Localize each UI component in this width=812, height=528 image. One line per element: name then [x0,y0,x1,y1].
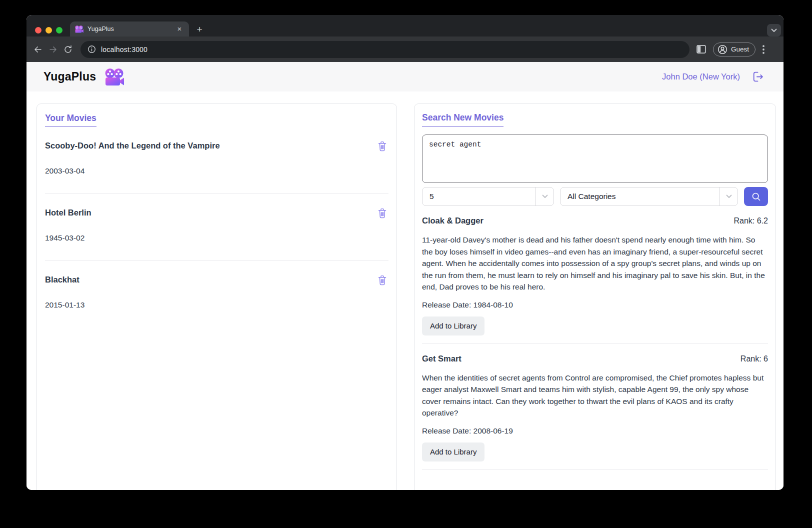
profile-button[interactable]: Guest [713,42,756,56]
result-limit-select[interactable]: 5 [422,187,554,206]
select-chevron-zone [536,188,554,206]
guest-label: Guest [731,46,749,53]
guest-avatar-icon [718,44,728,54]
chevron-down-icon [542,194,548,198]
search-result: Cloak & Dagger Rank: 6.2 11-year-old Dav… [422,216,768,344]
add-to-library-button[interactable]: Add to Library [422,316,484,336]
chevron-down-icon [771,28,777,32]
tab-close-icon[interactable]: × [175,24,184,34]
result-description: 11-year-old Davey's mother is dead and h… [422,234,768,293]
movie-title: Hotel Berlin [45,208,92,218]
category-select[interactable]: All Categories [560,187,738,206]
browser-toolbar: localhost:3000 Guest [26,36,784,62]
delete-movie-button[interactable] [376,273,388,286]
browser-window: YugaPlus × + [26,15,784,490]
search-icon [751,192,762,202]
tab-search-button[interactable] [767,24,781,36]
your-movies-heading: Your Movies [45,113,96,127]
search-button[interactable] [744,187,768,206]
tab-title: YugaPlus [88,26,175,32]
result-divider [422,344,768,344]
address-bar[interactable]: localhost:3000 [80,41,690,58]
category-value: All Categories [560,192,720,201]
movie-release-date: 2003-03-04 [45,166,388,176]
reload-icon [64,45,72,54]
select-chevron-zone [720,188,738,206]
tab-favicon-movie-camera-icon [75,26,84,33]
site-info-icon[interactable] [88,45,96,54]
chevron-down-icon [726,194,732,198]
movie-release-date: 1945-03-02 [45,234,388,242]
library-movie-row: Hotel Berlin 1945-03-02 [45,194,388,261]
back-button[interactable] [30,42,46,57]
search-query-input[interactable]: secret agent [422,134,768,183]
url-text: localhost:3000 [101,46,148,54]
library-movie-row: Scooby-Doo! And the Legend of the Vampir… [45,127,388,194]
trash-icon [377,274,388,286]
user-zone: John Doe (New York) [662,70,764,84]
search-heading: Search New Movies [422,112,504,126]
delete-movie-button[interactable] [376,139,388,152]
browser-menu-icon[interactable] [762,45,764,54]
forward-arrow-icon [48,45,58,54]
result-limit-value: 5 [422,192,536,201]
result-title: Get Smart [422,354,462,364]
movie-release-date: 2015-01-13 [45,300,388,310]
result-rank: Rank: 6.2 [734,216,768,226]
reload-button[interactable] [60,42,76,57]
result-rank: Rank: 6 [740,354,768,364]
search-result: Get Smart Rank: 6 When the identities of… [422,354,768,470]
app-title: YugaPlus [44,70,96,84]
library-movie-row: Blackhat 2015-01-13 [45,261,388,328]
window-controls [35,27,62,34]
movie-title: Scooby-Doo! And the Legend of the Vampir… [45,141,220,150]
toolbar-right: Guest [696,42,764,56]
minimize-window-button[interactable] [46,27,52,34]
search-controls: 5 All Categories [422,187,768,206]
new-tab-button[interactable]: + [193,23,206,36]
trash-icon [377,140,388,152]
result-release-date: Release Date: 2008-06-19 [422,426,768,436]
delete-movie-button[interactable] [376,206,388,219]
your-movies-panel: Your Movies Scooby-Doo! And the Legend o… [36,104,397,490]
add-to-library-button[interactable]: Add to Library [422,442,484,462]
forward-button[interactable] [46,42,60,57]
app-header: YugaPlus John Doe (New York) [26,62,784,92]
result-description: When the identities of secret agents fro… [422,372,768,419]
back-arrow-icon [34,45,42,54]
page-content: YugaPlus John Doe (New York) [26,62,784,490]
result-release-date: Release Date: 1984-08-10 [422,300,768,310]
result-title: Cloak & Dagger [422,216,484,226]
result-divider [422,470,768,470]
close-window-button[interactable] [35,27,42,34]
trash-icon [377,207,388,218]
browser-tab[interactable]: YugaPlus × [70,22,189,36]
tab-strip: YugaPlus × + [26,15,784,36]
logout-icon[interactable] [751,70,764,84]
user-name: John Doe (New York) [662,72,740,82]
desktop-background: YugaPlus × + [0,0,812,528]
movie-title: Blackhat [45,275,80,284]
side-panel-icon[interactable] [696,45,706,54]
movie-camera-logo-icon [105,68,124,86]
zoom-window-button[interactable] [56,27,62,34]
search-panel: Search New Movies secret agent 5 [414,104,776,490]
